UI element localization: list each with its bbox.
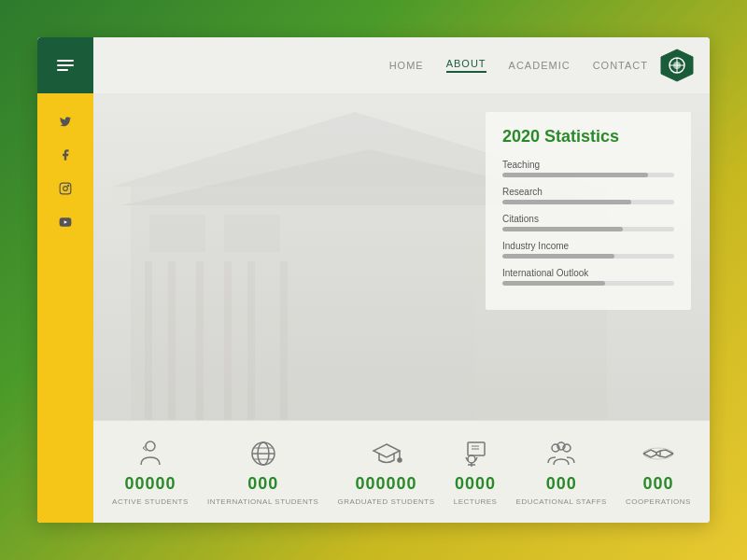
- stat-cooperations: 000 COOPERATIONS: [626, 437, 691, 507]
- stat-bar-fill-international: [502, 281, 605, 286]
- educational-staffs-number: 000: [546, 474, 577, 494]
- student-icon: [134, 437, 167, 470]
- stat-active-students: 00000 ACTIVE STUDENTS: [112, 437, 189, 507]
- nav-contact[interactable]: CONTACT: [593, 60, 648, 71]
- stats-title: 2020 Statistics: [502, 127, 674, 147]
- bottom-stats: 00000 ACTIVE STUDENTS 000 INTERNATIONAL …: [93, 420, 710, 523]
- sidebar-menu-button[interactable]: [37, 37, 93, 93]
- page-wrapper: HOME ABOUT ACADEMIC CONTACT: [37, 37, 710, 523]
- stat-row-international: International Outlook: [502, 268, 674, 286]
- stat-bar-bg-citations: [502, 227, 674, 231]
- stat-bar-bg-industry: [502, 254, 674, 259]
- graduated-students-label: GRADUATED STUDENTS: [338, 497, 435, 507]
- hero-area: 2020 Statistics Teaching Research Citati…: [93, 93, 710, 420]
- svg-marker-15: [374, 444, 400, 457]
- international-students-number: 000: [247, 474, 278, 494]
- cooperations-label: COOPERATIONS: [626, 497, 691, 507]
- hamburger-icon: [57, 60, 74, 71]
- facebook-icon[interactable]: [56, 146, 75, 164]
- graduated-students-number: 000000: [356, 474, 417, 494]
- nav-about[interactable]: ABOUT: [446, 58, 486, 73]
- logo-badge: [659, 48, 695, 83]
- svg-point-17: [398, 458, 402, 462]
- stat-international-students: 000 INTERNATIONAL STUDENTS: [207, 437, 318, 507]
- stat-label-citations: Citations: [502, 214, 674, 224]
- cooperations-number: 000: [642, 474, 673, 494]
- youtube-icon[interactable]: [56, 213, 75, 231]
- stat-row-citations: Citations: [502, 214, 674, 231]
- navbar: HOME ABOUT ACADEMIC CONTACT: [93, 37, 710, 93]
- main-content: HOME ABOUT ACADEMIC CONTACT: [93, 37, 710, 523]
- graduation-icon: [370, 437, 403, 470]
- nav-home[interactable]: HOME: [389, 60, 424, 71]
- stat-row-research: Research: [502, 187, 674, 204]
- staff-icon: [544, 437, 578, 470]
- stat-bar-fill-citations: [502, 227, 623, 231]
- lecture-icon: [458, 437, 492, 470]
- stat-label-research: Research: [502, 187, 674, 197]
- active-students-number: 00000: [124, 474, 176, 494]
- sidebar: [37, 37, 93, 523]
- educational-staffs-label: EDUCATIONAL STAFFS: [516, 497, 607, 507]
- stat-row-industry: Industry Income: [502, 241, 674, 259]
- stat-bar-bg-international: [502, 281, 674, 286]
- globe-icon: [247, 437, 280, 470]
- svg-point-9: [146, 441, 155, 451]
- svg-point-1: [63, 187, 68, 191]
- instagram-icon[interactable]: [56, 179, 75, 198]
- svg-point-2: [68, 185, 69, 186]
- international-students-label: INTERNATIONAL STUDENTS: [207, 497, 318, 507]
- handshake-icon: [641, 437, 675, 470]
- stat-bar-fill-teaching: [502, 173, 648, 177]
- stat-label-teaching: Teaching: [502, 160, 674, 170]
- stat-label-industry: Industry Income: [502, 241, 674, 251]
- stat-bar-fill-industry: [502, 254, 614, 259]
- active-students-label: ACTIVE STUDENTS: [112, 497, 189, 507]
- nav-links: HOME ABOUT ACADEMIC CONTACT: [389, 58, 648, 73]
- stat-label-international: International Outlook: [502, 268, 674, 278]
- sidebar-social: [37, 93, 93, 523]
- stat-graduated-students: 000000 GRADUATED STUDENTS: [338, 437, 435, 507]
- stat-row-teaching: Teaching: [502, 160, 674, 177]
- svg-point-25: [643, 448, 673, 459]
- stat-bar-bg-teaching: [502, 173, 674, 177]
- svg-point-21: [468, 455, 475, 463]
- nav-academic[interactable]: ACADEMIC: [509, 60, 571, 71]
- stat-bar-fill-research: [502, 200, 631, 204]
- lectures-number: 0000: [455, 474, 496, 494]
- lectures-label: LECTURES: [454, 497, 498, 507]
- stat-bar-bg-research: [502, 200, 674, 204]
- stat-lectures: 0000 LECTURES: [454, 437, 498, 507]
- svg-rect-0: [60, 183, 71, 194]
- stats-panel: 2020 Statistics Teaching Research Citati…: [486, 112, 691, 310]
- twitter-icon[interactable]: [56, 112, 75, 131]
- stat-educational-staffs: 000 EDUCATIONAL STAFFS: [516, 437, 607, 507]
